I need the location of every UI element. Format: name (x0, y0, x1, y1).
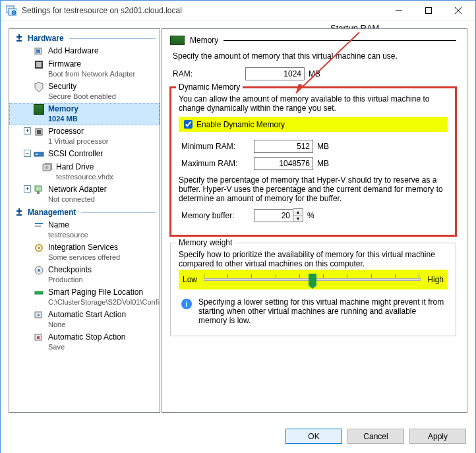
max-ram-label: Maximum RAM: (181, 159, 254, 168)
nav-smart-paging[interactable]: Smart Paging File Location C:\ClusterSto… (9, 286, 160, 309)
nav-add-hardware[interactable]: Add Hardware (9, 45, 160, 58)
security-icon (34, 82, 44, 92)
nav-section-hardware: Hardware (9, 32, 160, 45)
svg-rect-18 (37, 191, 40, 194)
nav-hard-drive[interactable]: + Hard Drive testresource.vhdx (9, 161, 160, 183)
info-icon: i (181, 299, 192, 309)
memory-icon (34, 104, 44, 115)
nav-section-label: Hardware (28, 34, 64, 43)
content-title: Memory (190, 36, 218, 45)
collapse-icon[interactable]: − (24, 150, 31, 157)
nav-auto-stop[interactable]: Automatic Stop Action Save (9, 331, 160, 353)
svg-rect-3 (425, 7, 431, 13)
svg-rect-20 (35, 223, 43, 224)
svg-rect-10 (36, 62, 42, 67)
buffer-input[interactable] (254, 209, 293, 222)
max-ram-row: Maximum RAM: MB (181, 157, 448, 170)
management-icon (15, 208, 24, 217)
svg-rect-12 (37, 130, 41, 134)
nav-processor[interactable]: + Processor 1 Virtual processor (9, 125, 160, 148)
buffer-row: Memory buffer: ▲ ▼ % (181, 208, 448, 222)
apply-button[interactable]: Apply (409, 429, 466, 444)
nav-auto-start[interactable]: Automatic Start Action None (9, 309, 160, 331)
max-ram-unit: MB (317, 159, 329, 168)
memory-weight-desc: Specify how to prioritize the availabili… (179, 250, 448, 268)
svg-rect-19 (16, 214, 22, 216)
auto-start-icon (34, 310, 44, 320)
expand-icon[interactable]: + (24, 127, 31, 135)
memory-icon (170, 36, 185, 45)
ram-input[interactable] (245, 67, 305, 80)
memory-weight-info-text: Specifying a lower setting for this virt… (198, 297, 445, 325)
scsi-icon (34, 149, 44, 160)
firmware-icon (34, 59, 44, 70)
nav-scsi[interactable]: − SCSI Controller (9, 148, 160, 161)
svg-rect-6 (16, 40, 22, 42)
memory-settings-panel: Memory Specify the amount of memory that… (162, 28, 467, 413)
enable-dynamic-memory-checkbox[interactable] (184, 120, 193, 129)
dialog-footer: OK Cancel Apply (1, 421, 475, 453)
dynamic-memory-legend: Dynamic Memory (176, 82, 243, 92)
slider-high-label: High (427, 275, 444, 284)
svg-point-24 (38, 269, 40, 272)
nav-integration[interactable]: Integration Services Some services offer… (9, 241, 160, 264)
ram-unit: MB (309, 69, 320, 78)
content-header: Memory (170, 36, 456, 45)
app-icon (6, 5, 16, 16)
slider-low-label: Low (183, 275, 197, 284)
integration-icon (34, 243, 44, 253)
processor-icon (34, 127, 44, 137)
hard-drive-icon (42, 162, 52, 173)
nav-section-management: Management (9, 206, 160, 219)
svg-rect-21 (35, 226, 41, 227)
minimize-button[interactable] (384, 1, 413, 20)
buffer-desc: Specify the percentage of memory that Hy… (179, 175, 448, 203)
memory-weight-group: Memory weight Specify how to prioritize … (170, 243, 456, 336)
settings-window: Settings for testresource on s2d01.cloud… (0, 0, 476, 453)
nav-memory[interactable]: Memory 1024 MB (9, 103, 160, 125)
settings-nav[interactable]: Hardware Add Hardware Firmware Boot from… (9, 28, 160, 413)
dynamic-memory-desc: You can allow the amount of memory avail… (179, 94, 448, 113)
memory-weight-info: i Specifying a lower setting for this vi… (179, 296, 448, 326)
max-ram-input[interactable] (254, 157, 313, 170)
svg-rect-8 (36, 49, 40, 53)
spinner-up-icon[interactable]: ▲ (293, 209, 303, 216)
enable-dynamic-memory-row[interactable]: Enable Dynamic Memory (179, 117, 448, 132)
nav-security[interactable]: Security Secure Boot enabled (9, 80, 160, 103)
dynamic-memory-group: Dynamic Memory You can allow the amount … (170, 87, 456, 236)
name-icon (34, 220, 44, 231)
spinner-down-icon[interactable]: ▼ (293, 216, 303, 222)
svg-point-16 (45, 166, 49, 169)
network-adapter-icon (34, 185, 44, 195)
maximize-button[interactable] (413, 1, 443, 20)
svg-rect-28 (37, 336, 40, 339)
hardware-icon (15, 34, 24, 43)
smart-paging-icon (34, 287, 44, 298)
nav-name[interactable]: Name testresource (9, 219, 160, 241)
svg-rect-17 (35, 186, 42, 191)
close-button[interactable] (443, 1, 473, 20)
svg-rect-25 (35, 291, 43, 294)
slider-thumb-icon[interactable] (309, 274, 316, 286)
nav-network-adapter[interactable]: + Network Adapter Not connected (9, 183, 160, 206)
svg-rect-14 (36, 154, 38, 155)
ram-label: RAM: (173, 69, 245, 78)
checkpoints-icon (34, 265, 44, 276)
memory-weight-legend: Memory weight (176, 238, 235, 247)
cancel-button[interactable]: Cancel (347, 429, 404, 444)
buffer-spinner[interactable]: ▲ ▼ (293, 208, 303, 222)
expand-icon[interactable]: + (24, 185, 31, 193)
svg-point-2 (12, 11, 16, 15)
auto-stop-icon (34, 332, 44, 343)
ok-button[interactable]: OK (285, 429, 342, 444)
memory-weight-slider[interactable] (204, 272, 421, 287)
min-ram-label: Minimum RAM: (181, 142, 254, 151)
window-title: Settings for testresource on s2d01.cloud… (22, 6, 384, 15)
buffer-unit: % (307, 211, 314, 220)
memory-description: Specify the amount of memory that this v… (173, 51, 456, 61)
titlebar: Settings for testresource on s2d01.cloud… (1, 1, 475, 20)
nav-firmware[interactable]: Firmware Boot from Network Adapter (9, 58, 160, 80)
nav-checkpoints[interactable]: Checkpoints Production (9, 264, 160, 286)
min-ram-input[interactable] (254, 140, 313, 153)
enable-dynamic-memory-label: Enable Dynamic Memory (196, 120, 285, 129)
